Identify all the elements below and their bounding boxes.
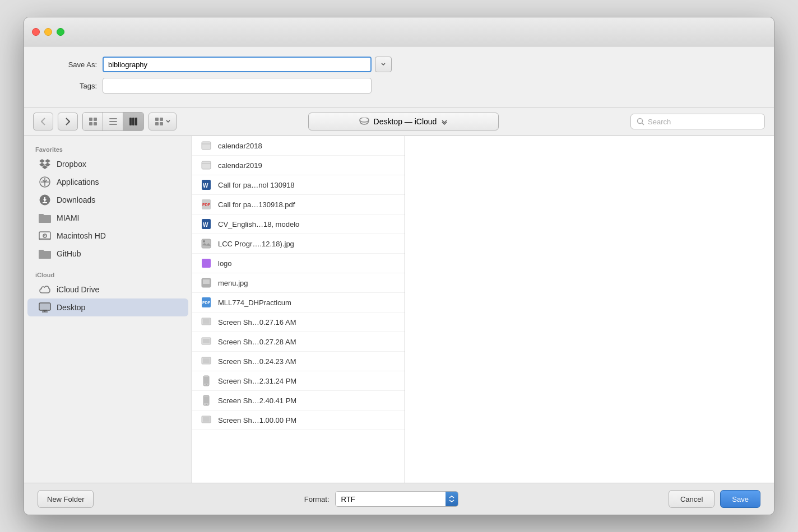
list-item[interactable]: Screen Sh…1.00.00 PM bbox=[192, 410, 405, 430]
list-item[interactable]: Screen Sh…0.24.23 AM bbox=[192, 352, 405, 371]
svg-point-15 bbox=[638, 119, 643, 124]
svg-point-14 bbox=[360, 118, 369, 122]
location-label: Desktop — iCloud bbox=[374, 117, 437, 126]
phone-screenshot-icon bbox=[200, 375, 212, 387]
downloads-icon bbox=[39, 194, 51, 206]
file-name: MLL774_DHPracticum bbox=[218, 298, 291, 307]
toolbar: Desktop — iCloud Search bbox=[24, 108, 774, 136]
action-buttons: Cancel Save bbox=[669, 490, 760, 508]
format-stepper[interactable] bbox=[446, 491, 458, 507]
sidebar-item-applications[interactable]: Applications bbox=[27, 173, 188, 191]
close-button[interactable] bbox=[32, 28, 40, 36]
file-name: Screen Sh…0.27.28 AM bbox=[218, 338, 296, 346]
list-item[interactable]: calendar2019 bbox=[192, 156, 405, 175]
screenshot-icon bbox=[200, 414, 212, 426]
svg-rect-4 bbox=[109, 118, 117, 119]
sidebar-item-macintosh-hd[interactable]: Macintosh HD bbox=[27, 227, 188, 245]
search-placeholder: Search bbox=[648, 118, 671, 126]
cancel-button[interactable]: Cancel bbox=[669, 490, 715, 508]
list-item[interactable]: calendar2018 bbox=[192, 136, 405, 156]
dropbox-icon bbox=[39, 158, 51, 170]
arrange-button[interactable] bbox=[149, 113, 177, 130]
format-group: Format: RTF bbox=[304, 491, 458, 507]
save-as-input[interactable] bbox=[103, 57, 372, 72]
svg-rect-40 bbox=[202, 161, 211, 169]
main-content: Favorites Dropbox bbox=[24, 136, 774, 483]
svg-text:PDF: PDF bbox=[202, 301, 211, 305]
list-item[interactable]: logo bbox=[192, 254, 405, 273]
svg-point-63 bbox=[206, 384, 207, 385]
sidebar-miami-label: MIAMI bbox=[57, 213, 79, 222]
screenshot-icon bbox=[200, 335, 212, 348]
svg-text:W: W bbox=[203, 222, 208, 228]
svg-rect-68 bbox=[203, 417, 210, 422]
list-item[interactable]: Screen Sh…2.31.24 PM bbox=[192, 371, 405, 391]
sidebar-dropbox-label: Dropbox bbox=[57, 160, 86, 169]
list-item[interactable]: Screen Sh…0.27.28 AM bbox=[192, 332, 405, 352]
file-preview-pane bbox=[405, 136, 774, 483]
svg-point-31 bbox=[44, 235, 45, 236]
icon-view-button[interactable] bbox=[83, 113, 103, 130]
tags-input[interactable] bbox=[103, 78, 372, 94]
list-view-button[interactable] bbox=[103, 113, 123, 130]
list-item[interactable]: W Call for pa…nol 130918 bbox=[192, 175, 405, 195]
svg-rect-9 bbox=[135, 118, 137, 125]
view-buttons bbox=[82, 112, 144, 131]
list-item[interactable]: LCC Progr….12.18).jpg bbox=[192, 234, 405, 254]
maximize-button[interactable] bbox=[57, 28, 64, 36]
list-item[interactable]: menu.jpg bbox=[192, 273, 405, 293]
list-item[interactable]: Screen Sh…0.27.16 AM bbox=[192, 312, 405, 332]
favorites-label: Favorites bbox=[24, 143, 192, 155]
drive-icon bbox=[39, 230, 51, 242]
phone-screenshot-icon bbox=[200, 394, 212, 407]
save-as-row: Save As: bbox=[47, 57, 751, 72]
forward-button[interactable] bbox=[58, 113, 78, 130]
sidebar: Favorites Dropbox bbox=[24, 136, 192, 483]
minimize-button[interactable] bbox=[44, 28, 52, 36]
save-as-label: Save As: bbox=[47, 60, 97, 69]
image-small-icon bbox=[200, 277, 212, 289]
pdf-blue-icon: PDF bbox=[200, 296, 212, 309]
file-name: Call for pa…nol 130918 bbox=[218, 181, 295, 189]
image-icon bbox=[200, 237, 212, 250]
tags-label: Tags: bbox=[47, 82, 97, 90]
svg-rect-5 bbox=[109, 121, 117, 122]
new-folder-button[interactable]: New Folder bbox=[38, 490, 94, 508]
file-icon bbox=[200, 139, 212, 152]
sidebar-item-github[interactable]: GitHub bbox=[27, 245, 188, 263]
save-button[interactable]: Save bbox=[720, 490, 760, 508]
column-view-button[interactable] bbox=[123, 113, 143, 130]
svg-rect-58 bbox=[203, 339, 210, 343]
word-icon: W bbox=[200, 218, 212, 230]
svg-rect-11 bbox=[160, 118, 163, 121]
svg-rect-62 bbox=[204, 377, 208, 384]
svg-rect-52 bbox=[203, 279, 210, 284]
location-selector[interactable]: Desktop — iCloud bbox=[308, 113, 499, 130]
file-name: menu.jpg bbox=[218, 279, 248, 287]
github-folder-icon bbox=[39, 248, 51, 260]
search-bar[interactable]: Search bbox=[630, 114, 765, 129]
sidebar-item-dropbox[interactable]: Dropbox bbox=[27, 155, 188, 173]
bottom-bar: New Folder Format: RTF Cancel Save bbox=[24, 483, 774, 515]
expand-button[interactable] bbox=[375, 57, 392, 72]
sidebar-item-downloads[interactable]: Downloads bbox=[27, 191, 188, 209]
svg-rect-7 bbox=[129, 118, 132, 125]
sidebar-item-desktop[interactable]: Desktop bbox=[27, 298, 188, 316]
svg-marker-18 bbox=[45, 159, 50, 163]
svg-rect-34 bbox=[39, 303, 50, 310]
svg-rect-10 bbox=[155, 118, 159, 121]
back-button[interactable] bbox=[33, 113, 53, 130]
svg-rect-2 bbox=[89, 122, 92, 125]
list-item[interactable]: PDF MLL774_DHPracticum bbox=[192, 293, 405, 312]
svg-rect-3 bbox=[94, 122, 97, 125]
applications-icon bbox=[39, 176, 51, 188]
list-item[interactable]: W CV_English…18, modelo bbox=[192, 214, 405, 234]
file-name: calendar2019 bbox=[218, 161, 262, 170]
sidebar-github-label: GitHub bbox=[57, 249, 81, 258]
sidebar-item-miami[interactable]: MIAMI bbox=[27, 209, 188, 227]
image-color-icon bbox=[200, 257, 212, 269]
sidebar-item-icloud-drive[interactable]: iCloud Drive bbox=[27, 281, 188, 298]
file-name: Screen Sh…1.00.00 PM bbox=[218, 416, 296, 424]
list-item[interactable]: Screen Sh…2.40.41 PM bbox=[192, 391, 405, 410]
list-item[interactable]: PDF Call for pa…130918.pdf bbox=[192, 195, 405, 214]
